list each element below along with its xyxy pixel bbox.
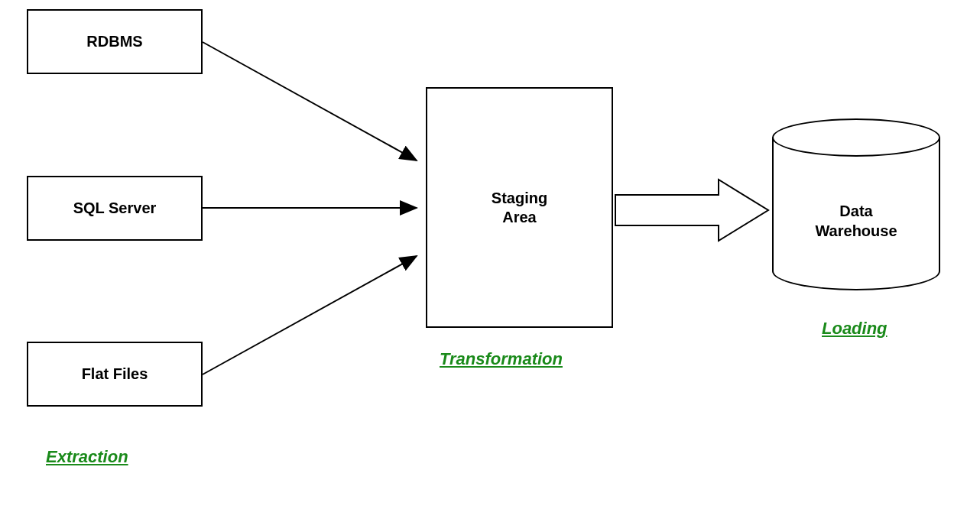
phase-label-extraction: Extraction bbox=[46, 447, 128, 467]
warehouse-label-line1: Data bbox=[839, 203, 872, 219]
staging-label-line2: Area bbox=[502, 209, 536, 225]
cylinder-top-icon bbox=[772, 118, 940, 157]
source-label: RDBMS bbox=[86, 32, 142, 51]
data-warehouse-cylinder: Data Warehouse bbox=[772, 118, 940, 290]
phase-text: Extraction bbox=[46, 447, 128, 466]
phase-label-transformation: Transformation bbox=[440, 349, 563, 369]
source-box-flatfiles: Flat Files bbox=[27, 342, 203, 407]
source-box-sqlserver: SQL Server bbox=[27, 176, 203, 241]
source-box-rdbms: RDBMS bbox=[27, 9, 203, 74]
warehouse-label-line2: Warehouse bbox=[815, 222, 897, 239]
block-arrow-staging-to-warehouse bbox=[615, 180, 768, 241]
phase-text: Loading bbox=[822, 319, 888, 338]
phase-label-loading: Loading bbox=[822, 319, 888, 339]
staging-box: Staging Area bbox=[426, 87, 613, 328]
staging-label-line1: Staging bbox=[492, 190, 547, 206]
arrow-rdbms-to-staging bbox=[203, 42, 417, 160]
arrow-flatfiles-to-staging bbox=[203, 256, 417, 374]
source-label: SQL Server bbox=[73, 199, 157, 218]
cylinder-body: Data Warehouse bbox=[772, 138, 940, 290]
source-label: Flat Files bbox=[82, 365, 148, 384]
phase-text: Transformation bbox=[440, 349, 563, 368]
